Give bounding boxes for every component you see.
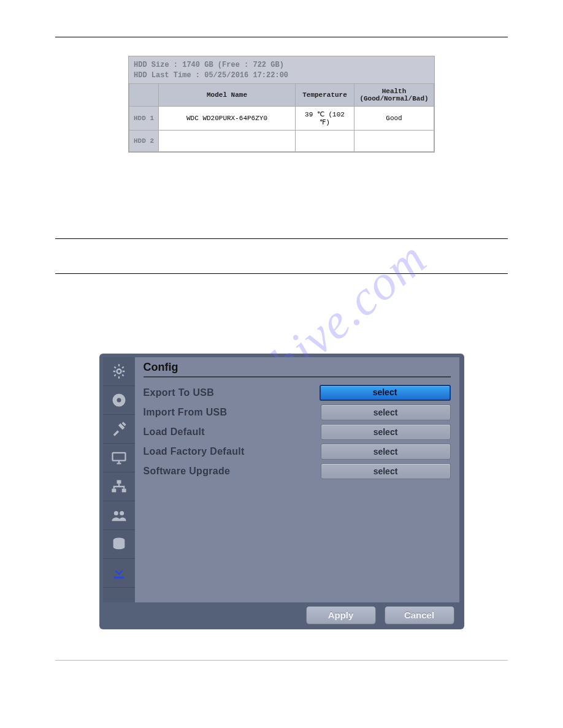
hdd-col-temp: Temperature: [296, 83, 354, 106]
sidebar-users[interactable]: [103, 501, 135, 530]
config-window: Config Export To USB select Import From …: [99, 354, 464, 629]
hdd-temp-value: 39 ℃ (102 ℉): [296, 106, 354, 130]
config-title: Config: [144, 361, 451, 377]
svg-point-8: [120, 511, 124, 515]
load-factory-default-label: Load Factory Default: [144, 446, 245, 457]
tools-icon: [110, 420, 128, 438]
hdd-table: Model Name Temperature Health (Good/Norm…: [129, 83, 434, 152]
hdd-size-text: HDD Size : 1740 GB (Free : 722 GB): [134, 60, 429, 70]
svg-point-0: [117, 369, 121, 373]
svg-rect-5: [112, 488, 116, 492]
hdd-summary-bar: HDD Size : 1740 GB (Free : 722 GB) HDD L…: [129, 56, 434, 83]
cancel-button[interactable]: Cancel: [385, 606, 454, 624]
gear-icon: [110, 363, 128, 380]
hdd-health-value: [354, 130, 434, 151]
sidebar-display[interactable]: [103, 444, 135, 472]
sidebar-record[interactable]: [103, 386, 135, 415]
load-default-select-button[interactable]: select: [321, 424, 451, 440]
software-upgrade-select-button[interactable]: select: [321, 463, 451, 479]
import-from-usb-label: Import From USB: [144, 407, 228, 418]
config-row-export: Export To USB select: [144, 385, 451, 401]
bottom-divider: [55, 660, 508, 661]
hdd-lasttime-text: HDD Last Time : 05/25/2016 17:22:00: [134, 70, 429, 81]
sidebar-storage[interactable]: [103, 530, 135, 559]
hdd-col-model: Model Name: [159, 83, 296, 106]
export-to-usb-label: Export To USB: [144, 387, 215, 398]
config-main-panel: Config Export To USB select Import From …: [135, 357, 459, 602]
svg-point-2: [117, 398, 121, 402]
hdd-col-health: Health (Good/Normal/Bad): [354, 83, 434, 106]
hdd-model-value: WDC WD20PURX-64P6ZY0: [159, 106, 296, 130]
hdd-health-value: Good: [354, 106, 434, 130]
sidebar-tools[interactable]: [103, 415, 135, 444]
svg-point-7: [113, 511, 118, 515]
svg-rect-3: [112, 452, 125, 460]
download-icon: [110, 564, 128, 582]
record-disc-icon: [110, 392, 128, 409]
load-factory-default-select-button[interactable]: select: [321, 444, 451, 460]
hdd-row-label: HDD 1: [129, 106, 159, 130]
mid-divider-1: [55, 238, 508, 239]
table-row: HDD 1 WDC WD20PURX-64P6ZY0 39 ℃ (102 ℉) …: [129, 106, 434, 130]
svg-rect-4: [117, 480, 121, 483]
config-sidebar: [103, 357, 135, 602]
config-row-loaddefault: Load Default select: [144, 424, 451, 440]
hdd-col-blank: [129, 83, 159, 106]
load-default-label: Load Default: [144, 427, 205, 438]
sidebar-network[interactable]: [103, 472, 135, 501]
export-to-usb-select-button[interactable]: select: [320, 385, 451, 401]
config-footer: Apply Cancel: [103, 606, 459, 624]
table-row: HDD 2: [129, 130, 434, 151]
top-divider: [55, 37, 508, 37]
hdd-model-value: [159, 130, 296, 151]
sidebar-config-active[interactable]: [103, 559, 135, 588]
svg-rect-6: [121, 488, 126, 492]
software-upgrade-label: Software Upgrade: [144, 466, 231, 477]
sidebar-settings[interactable]: [103, 357, 135, 386]
hdd-row-label: HDD 2: [129, 130, 159, 151]
network-icon: [110, 478, 128, 495]
hdd-temp-value: [296, 130, 354, 151]
config-row-upgrade: Software Upgrade select: [144, 463, 451, 479]
hdd-info-panel: HDD Size : 1740 GB (Free : 722 GB) HDD L…: [128, 56, 435, 153]
apply-button[interactable]: Apply: [306, 606, 376, 624]
import-from-usb-select-button[interactable]: select: [321, 404, 451, 420]
monitor-icon: [110, 449, 128, 466]
config-row-loadfactory: Load Factory Default select: [144, 444, 451, 460]
users-icon: [110, 507, 128, 524]
mid-divider-2: [55, 273, 508, 274]
database-icon: [110, 536, 128, 553]
svg-rect-10: [113, 576, 123, 578]
config-row-import: Import From USB select: [144, 404, 451, 420]
